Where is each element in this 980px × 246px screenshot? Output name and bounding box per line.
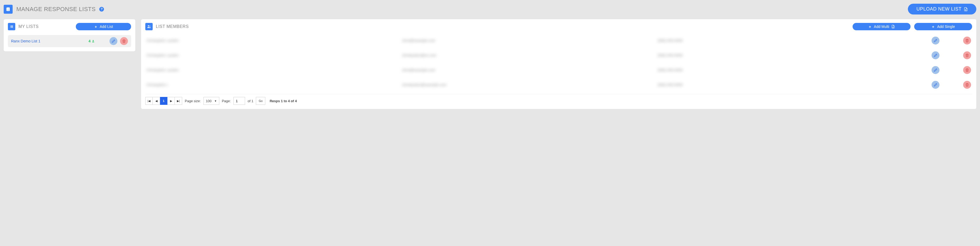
- svg-rect-7: [10, 26, 11, 27]
- trash-icon: [965, 39, 969, 42]
- edit-member-button[interactable]: [932, 81, 939, 89]
- list-row[interactable]: Ranx Demo List 1 4: [8, 35, 131, 47]
- pencil-icon: [934, 68, 937, 72]
- user-icon: [92, 40, 95, 43]
- member-phone: (555) 555-5555: [657, 83, 683, 87]
- delete-member-button[interactable]: [963, 51, 971, 59]
- chevron-right-icon: ▶: [170, 99, 172, 103]
- first-page-icon: |◀: [148, 99, 151, 103]
- pager-page-1-button[interactable]: 1: [160, 97, 167, 105]
- member-name: Christopher Landon: [146, 68, 179, 72]
- member-phone: (555) 555-5555: [657, 38, 683, 43]
- plus-icon: ＋: [868, 25, 872, 29]
- member-email: chris@example.com: [402, 38, 435, 43]
- list-member-count: 4: [88, 39, 95, 43]
- list-members-panel: LIST MEMBERS ＋ Add Multi ＋ Add Single: [141, 19, 976, 109]
- svg-point-1: [8, 8, 8, 9]
- edit-member-button[interactable]: [932, 51, 939, 59]
- trash-icon: [122, 39, 126, 43]
- member-row: Christopher Landon chris@example.com (55…: [145, 64, 972, 76]
- svg-rect-5: [10, 26, 11, 26]
- add-multi-button[interactable]: ＋ Add Multi: [853, 23, 910, 30]
- list-icon: [8, 23, 15, 30]
- add-single-button[interactable]: ＋ Add Single: [914, 23, 972, 30]
- member-row: Christopher Landon chrislandon@ex.com (5…: [145, 50, 972, 61]
- help-icon[interactable]: ?: [99, 7, 104, 11]
- trash-icon: [965, 53, 969, 57]
- page-label: Page:: [222, 99, 231, 103]
- pager-summary: Resps 1 to 4 of 4: [270, 99, 297, 103]
- edit-member-button[interactable]: [932, 66, 939, 74]
- plus-icon: ＋: [931, 25, 935, 29]
- upload-new-list-label: UPLOAD NEW LIST: [916, 6, 962, 12]
- last-page-icon: ▶|: [177, 99, 180, 103]
- trash-icon: [965, 83, 969, 87]
- svg-rect-8: [11, 26, 13, 27]
- list-members-title: LIST MEMBERS: [156, 24, 189, 29]
- pencil-icon: [111, 39, 115, 43]
- add-multi-label: Add Multi: [874, 24, 889, 29]
- member-name: Christopher Landon: [146, 53, 179, 58]
- add-single-label: Add Single: [937, 24, 955, 29]
- pager: |◀ ◀ 1 ▶ ▶| Page size: 100 ▼ Page:: [145, 94, 972, 105]
- member-phone: (555) 555-5555: [657, 53, 683, 58]
- member-email: chrislandon@example.com: [402, 83, 446, 87]
- add-list-label: Add List: [100, 24, 113, 29]
- svg-point-13: [149, 26, 150, 27]
- edit-member-button[interactable]: [932, 37, 939, 45]
- page-title: MANAGE RESPONSE LISTS: [16, 6, 95, 13]
- svg-rect-9: [10, 27, 11, 28]
- edit-list-button[interactable]: [110, 37, 118, 45]
- list-name-link[interactable]: Ranx Demo List 1: [11, 39, 86, 43]
- svg-point-11: [93, 40, 94, 41]
- delete-member-button[interactable]: [963, 37, 971, 45]
- page-input[interactable]: [236, 99, 244, 103]
- pencil-icon: [934, 83, 937, 87]
- upload-new-list-button[interactable]: UPLOAD NEW LIST: [908, 4, 976, 14]
- member-email: chrislandon@ex.com: [402, 53, 436, 58]
- pager-first-button[interactable]: |◀: [145, 97, 153, 105]
- pencil-icon: [934, 39, 937, 42]
- users-icon: [145, 23, 153, 30]
- plus-icon: ＋: [94, 25, 98, 29]
- my-lists-title: MY LISTS: [18, 24, 39, 29]
- member-email: chris@example.com: [402, 68, 435, 72]
- member-row: Christopher Landon chris@example.com (55…: [145, 35, 972, 46]
- delete-list-button[interactable]: [120, 37, 128, 45]
- member-row: Christopher L chrislandon@example.com (5…: [145, 79, 972, 90]
- svg-point-12: [148, 25, 149, 27]
- add-list-button[interactable]: ＋ Add List: [76, 23, 131, 30]
- page-size-label: Page size:: [185, 99, 201, 103]
- svg-rect-6: [11, 26, 13, 26]
- contact-book-icon: [4, 5, 13, 14]
- trash-icon: [965, 68, 969, 72]
- pager-last-button[interactable]: ▶|: [175, 97, 182, 105]
- member-name: Christopher L: [146, 83, 169, 87]
- delete-member-button[interactable]: [963, 66, 971, 74]
- svg-rect-10: [11, 27, 13, 28]
- my-lists-panel: MY LISTS ＋ Add List Ranx Demo List 1 4: [4, 19, 135, 51]
- page-of-label: of 1: [248, 99, 253, 103]
- member-name: Christopher Landon: [146, 38, 179, 43]
- file-excel-icon: [891, 25, 895, 29]
- member-phone: (555) 555-5555: [657, 68, 683, 72]
- pager-prev-button[interactable]: ◀: [153, 97, 160, 105]
- pager-next-button[interactable]: ▶: [167, 97, 175, 105]
- chevron-left-icon: ◀: [155, 99, 158, 103]
- delete-member-button[interactable]: [963, 81, 971, 89]
- pager-go-button[interactable]: Go: [256, 97, 265, 105]
- chevron-down-icon: ▼: [214, 99, 217, 102]
- page-size-select[interactable]: 100 ▼: [204, 97, 219, 105]
- pencil-icon: [934, 53, 937, 57]
- file-excel-icon: [964, 7, 968, 11]
